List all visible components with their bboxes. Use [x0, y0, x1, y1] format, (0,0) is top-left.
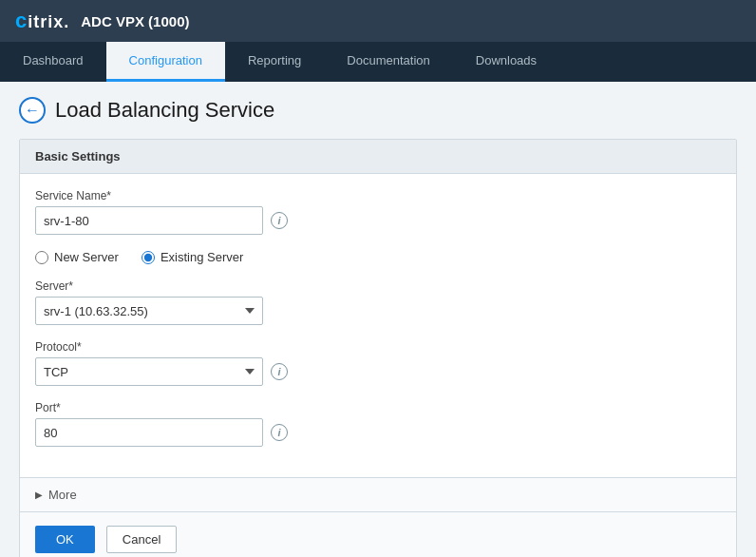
existing-server-radio-label[interactable]: Existing Server — [142, 250, 243, 264]
tab-reporting[interactable]: Reporting — [225, 42, 324, 82]
server-select[interactable]: srv-1 (10.63.32.55) — [35, 297, 263, 325]
ok-button[interactable]: OK — [35, 526, 95, 553]
port-input-row: i — [35, 418, 721, 447]
logo: citrix. — [15, 9, 69, 33]
back-button[interactable]: ← — [19, 97, 46, 124]
more-section[interactable]: ▶ More — [20, 477, 736, 511]
cancel-button[interactable]: Cancel — [106, 526, 177, 553]
server-label: Server* — [35, 279, 721, 293]
service-name-label: Service Name* — [35, 189, 721, 202]
protocol-input-row: TCP i — [35, 357, 721, 386]
port-label: Port* — [35, 401, 721, 414]
new-server-radio[interactable] — [35, 251, 48, 264]
more-label: More — [48, 488, 77, 502]
new-server-label: New Server — [54, 250, 119, 264]
service-name-input-row: i — [35, 206, 721, 235]
nav-bar: Dashboard Configuration Reporting Docume… — [0, 42, 756, 82]
tab-dashboard[interactable]: Dashboard — [0, 42, 106, 82]
new-server-radio-label[interactable]: New Server — [35, 250, 119, 264]
server-type-radio-group: New Server Existing Server — [35, 250, 721, 264]
top-bar: citrix. ADC VPX (1000) — [0, 0, 756, 42]
server-group: Server* srv-1 (10.63.32.55) — [35, 279, 721, 325]
port-group: Port* i — [35, 401, 721, 447]
app-title: ADC VPX (1000) — [81, 13, 189, 29]
service-name-info-icon[interactable]: i — [271, 212, 288, 229]
port-info-icon[interactable]: i — [271, 424, 288, 441]
more-arrow-icon: ▶ — [35, 490, 43, 500]
section-title: Basic Settings — [20, 140, 736, 174]
protocol-select[interactable]: TCP — [35, 357, 263, 386]
service-name-group: Service Name* i — [35, 189, 721, 235]
page-title: Load Balancing Service — [55, 98, 274, 123]
tab-downloads[interactable]: Downloads — [453, 42, 559, 82]
protocol-label: Protocol* — [35, 340, 721, 354]
page-content: ← Load Balancing Service Basic Settings … — [0, 82, 756, 557]
page-header: ← Load Balancing Service — [19, 97, 737, 124]
form-footer: OK Cancel — [20, 511, 736, 557]
service-name-input[interactable] — [35, 206, 263, 235]
existing-server-label: Existing Server — [161, 250, 243, 264]
citrix-logo: citrix. — [15, 9, 69, 33]
existing-server-radio[interactable] — [142, 251, 155, 264]
form-body: Service Name* i New Server Existing Serv… — [20, 174, 736, 477]
tab-configuration[interactable]: Configuration — [106, 42, 225, 82]
port-input[interactable] — [35, 418, 263, 447]
protocol-info-icon[interactable]: i — [271, 363, 288, 380]
form-card: Basic Settings Service Name* i New Serve… — [19, 139, 737, 557]
protocol-group: Protocol* TCP i — [35, 340, 721, 386]
tab-documentation[interactable]: Documentation — [324, 42, 452, 82]
